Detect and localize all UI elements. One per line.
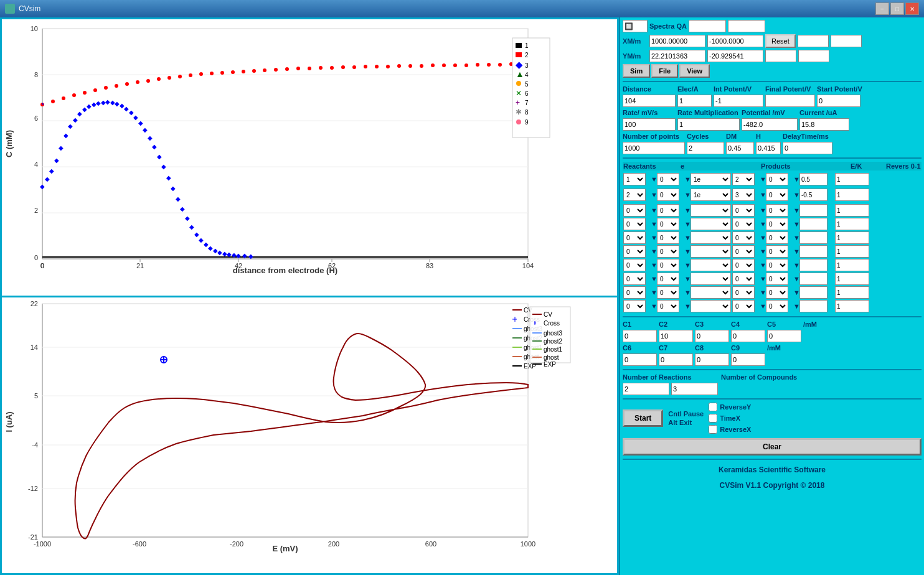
c6-input[interactable] [623, 353, 657, 366]
p1e-select-2[interactable]: 01 [766, 189, 788, 201]
c9-input[interactable] [731, 353, 765, 366]
r1e-select-4[interactable]: 01 [657, 218, 679, 230]
timex-checkbox[interactable] [709, 414, 717, 423]
r1-select-2[interactable]: 201 [623, 189, 646, 201]
r1-select-10[interactable]: 0123 [623, 300, 646, 312]
r1e-select-3[interactable]: 01 [657, 204, 679, 217]
rev-input-2[interactable] [835, 189, 869, 201]
rev-input-8[interactable] [835, 273, 869, 285]
e-select-2[interactable]: 1e0 [691, 189, 731, 201]
p1e-select-9[interactable]: 01 [766, 286, 788, 299]
ek-input-3[interactable] [799, 204, 827, 217]
r1e-select-5[interactable]: 01 [657, 231, 679, 244]
r1-select-3[interactable]: 0123 [623, 204, 646, 217]
rev-input-3[interactable] [835, 204, 869, 217]
clear-button[interactable]: Clear [623, 438, 922, 456]
ym-input-2[interactable] [707, 50, 763, 62]
r1e-select-9[interactable]: 01 [657, 286, 679, 299]
ek-input-7[interactable] [799, 259, 827, 271]
p1e-select-10[interactable]: 01 [766, 300, 788, 312]
e-select-6[interactable]: 1e2e [691, 245, 731, 258]
view-tab[interactable]: View [679, 64, 710, 78]
c3-input[interactable] [695, 330, 729, 342]
ek-input-9[interactable] [799, 286, 827, 299]
xm-input-2[interactable] [707, 35, 763, 47]
rev-input-5[interactable] [835, 231, 869, 244]
npoints-input[interactable] [623, 142, 685, 154]
p1-select-10[interactable]: 0123 [732, 300, 755, 312]
file-tab[interactable]: File [651, 64, 678, 78]
r1e-select-1[interactable]: 01 [657, 173, 679, 185]
r1-select-7[interactable]: 0123 [623, 259, 646, 271]
e-select-4[interactable]: 1e2e [691, 218, 731, 230]
c8-input[interactable] [695, 353, 729, 366]
spectra-input-2[interactable] [728, 20, 765, 32]
distance-input[interactable] [623, 95, 676, 107]
r1-select-1[interactable]: 1023 [623, 173, 646, 185]
icon-input[interactable] [623, 20, 648, 32]
p1e-select-1[interactable]: 01 [766, 173, 788, 185]
reversex-checkbox[interactable] [709, 425, 717, 434]
e-select-8[interactable]: 1e2e [691, 273, 731, 285]
extra-input-4[interactable] [798, 50, 829, 62]
r1-select-8[interactable]: 0123 [623, 273, 646, 285]
xm-input-1[interactable] [649, 35, 705, 47]
rev-input-1[interactable] [835, 173, 869, 185]
e-select-7[interactable]: 1e2e [691, 259, 731, 271]
ek-input-5[interactable] [799, 231, 827, 244]
nreactions-input[interactable] [623, 383, 669, 395]
p1-select-8[interactable]: 0123 [732, 273, 755, 285]
minimize-button[interactable]: − [875, 2, 889, 15]
ek-input-4[interactable] [799, 218, 827, 230]
dm-input[interactable] [726, 142, 754, 154]
e-select-9[interactable]: 1e2e [691, 286, 731, 299]
e-select-1[interactable]: 1e02e [691, 173, 731, 185]
ek-input-8[interactable] [799, 273, 827, 285]
c5-input[interactable] [767, 330, 801, 342]
delaytime-input[interactable] [783, 142, 832, 154]
h-input[interactable] [756, 142, 781, 154]
current-input[interactable] [799, 118, 849, 131]
r1e-select-8[interactable]: 01 [657, 273, 679, 285]
p1e-select-6[interactable]: 01 [766, 245, 788, 258]
r1e-select-7[interactable]: 01 [657, 259, 679, 271]
potential-input[interactable] [742, 118, 798, 131]
r1-select-4[interactable]: 0123 [623, 218, 646, 230]
r1e-select-10[interactable]: 01 [657, 300, 679, 312]
final-potent-input[interactable] [765, 95, 815, 107]
p1-select-3[interactable]: 0123 [732, 204, 755, 217]
e-select-3[interactable]: 1e2e [691, 204, 731, 217]
extra-input-2[interactable] [831, 35, 862, 47]
p1e-select-7[interactable]: 01 [766, 259, 788, 271]
close-button[interactable]: ✕ [905, 2, 919, 15]
maximize-button[interactable]: □ [890, 2, 904, 15]
cycles-input[interactable] [687, 142, 724, 154]
c1-input[interactable] [623, 330, 657, 342]
start-button[interactable]: Start [623, 409, 663, 427]
c2-input[interactable] [659, 330, 693, 342]
c4-input[interactable] [731, 330, 765, 342]
r1e-select-2[interactable]: 01 [657, 189, 679, 201]
e-select-10[interactable]: 1e2e [691, 300, 731, 312]
reversey-checkbox[interactable] [709, 403, 717, 411]
rev-input-10[interactable] [835, 300, 869, 312]
rate-mult-input[interactable] [677, 118, 740, 131]
spectra-input-1[interactable] [689, 20, 726, 32]
p1e-select-5[interactable]: 01 [766, 231, 788, 244]
r1-select-5[interactable]: 0123 [623, 231, 646, 244]
ek-input-10[interactable] [799, 300, 827, 312]
p1e-select-8[interactable]: 01 [766, 273, 788, 285]
ek-input-2[interactable] [799, 189, 827, 201]
rev-input-6[interactable] [835, 245, 869, 258]
extra-input-1[interactable] [798, 35, 829, 47]
p1-select-1[interactable]: 2013 [732, 173, 755, 185]
elec-input[interactable] [677, 95, 712, 107]
p1-select-7[interactable]: 0123 [732, 259, 755, 271]
rev-input-9[interactable] [835, 286, 869, 299]
p1-select-4[interactable]: 0123 [732, 218, 755, 230]
extra-input-3[interactable] [765, 50, 796, 62]
r1-select-6[interactable]: 0123 [623, 245, 646, 258]
p1-select-6[interactable]: 0123 [732, 245, 755, 258]
ek-input-1[interactable] [799, 173, 827, 185]
rev-input-4[interactable] [835, 218, 869, 230]
